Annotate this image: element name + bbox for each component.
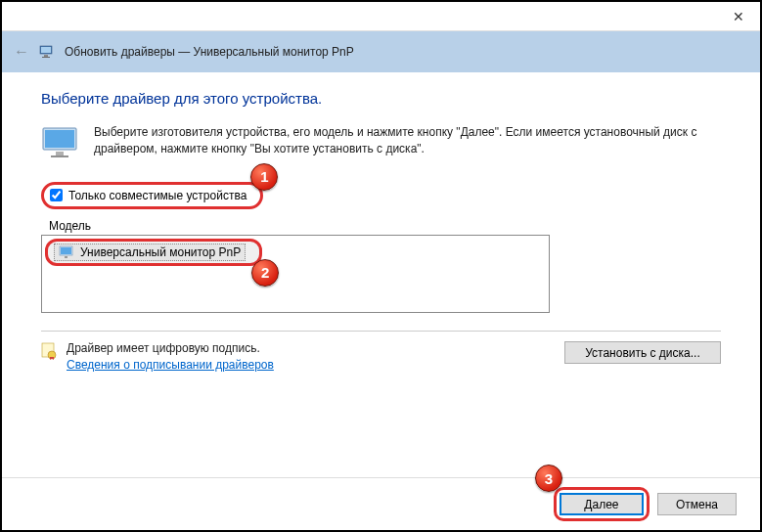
close-icon: ✕ — [733, 9, 744, 24]
svg-rect-9 — [61, 247, 71, 254]
model-item-label: Универсальный монитор PnP — [80, 245, 241, 259]
next-button[interactable]: Далее — [560, 493, 644, 515]
annotation-badge-3: 3 — [535, 465, 562, 492]
cancel-button[interactable]: Отмена — [657, 493, 737, 515]
close-button[interactable]: ✕ — [716, 2, 760, 30]
titlebar: ✕ — [2, 2, 760, 31]
annotation-badge-2: 2 — [251, 259, 279, 287]
next-button-highlight: Далее 3 — [554, 487, 650, 521]
svg-rect-6 — [56, 152, 64, 155]
signature-status: Драйвер имеет цифровую подпись. — [67, 341, 555, 355]
annotation-badge-1: 1 — [250, 163, 278, 191]
monitor-small-icon — [59, 245, 74, 259]
compatible-only-label: Только совместимые устройства — [68, 189, 247, 202]
svg-rect-2 — [44, 55, 48, 57]
model-list[interactable]: Универсальный монитор PnP 2 — [41, 235, 550, 313]
instruction-text: Выберите изготовителя устройства, его мо… — [94, 124, 721, 158]
svg-rect-7 — [51, 155, 68, 157]
signature-info-link[interactable]: Сведения о подписывании драйверов — [67, 358, 274, 372]
compatible-only-row: Только совместимые устройства 1 — [41, 182, 263, 209]
model-column-header: Модель — [41, 217, 550, 235]
install-from-disk-button[interactable]: Установить с диска... — [564, 341, 721, 364]
dialog-content: Выберите драйвер для этого устройства. В… — [2, 72, 760, 477]
compatible-only-checkbox[interactable] — [50, 189, 63, 201]
driver-update-dialog: ✕ ← Обновить драйверы — Универсальный мо… — [2, 2, 760, 530]
dialog-header: ← Обновить драйверы — Универсальный мони… — [2, 31, 760, 72]
page-heading: Выберите драйвер для этого устройства. — [41, 90, 721, 107]
model-block: Модель Универсальный монитор PnP 2 — [41, 217, 550, 313]
svg-rect-5 — [45, 130, 74, 148]
svg-rect-3 — [42, 57, 50, 58]
svg-rect-1 — [41, 47, 51, 53]
monitor-large-icon — [41, 126, 80, 159]
monitor-header-icon — [39, 44, 55, 60]
back-arrow-icon: ← — [14, 43, 29, 61]
signature-row: Драйвер имеет цифровую подпись. Сведения… — [41, 331, 721, 373]
certificate-icon — [41, 342, 57, 360]
model-list-item[interactable]: Универсальный монитор PnP 2 — [45, 239, 262, 266]
svg-rect-10 — [65, 256, 67, 258]
dialog-title: Обновить драйверы — Универсальный монито… — [65, 45, 354, 59]
dialog-footer: Далее 3 Отмена — [2, 477, 760, 530]
